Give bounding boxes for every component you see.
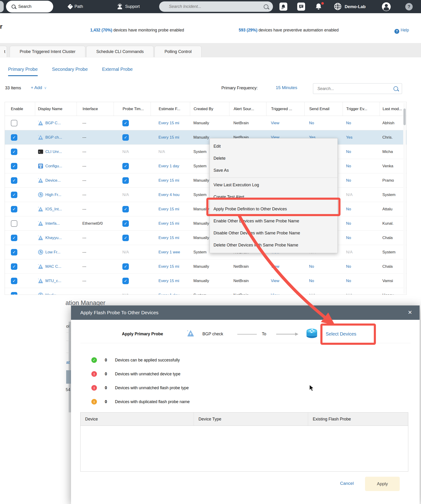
table-row[interactable]: ✓Configu...---✓Every 1 daySystemNetBrain… xyxy=(5,159,406,173)
column-header-last-mod[interactable]: Last mod... xyxy=(379,102,406,116)
probe-name-link[interactable]: Interfa... xyxy=(45,221,60,226)
probe-name-link[interactable]: IOS_Int... xyxy=(45,207,62,211)
column-header-interface[interactable]: Interface xyxy=(77,102,113,116)
column-header-created-by[interactable]: Created By xyxy=(190,102,229,116)
row-enable-checkbox[interactable]: ✓ xyxy=(11,163,17,169)
trigger-event-link[interactable]: No xyxy=(346,207,351,211)
table-scrollbar[interactable] xyxy=(403,103,406,294)
probe-name-link[interactable]: BGP C... xyxy=(45,121,61,126)
table-row[interactable]: ✦Interfa...Ethernet0/0✓Every 15 miManual… xyxy=(5,216,406,231)
table-row[interactable]: ✓High Fr...---N/AEvery 4 houSystemNetBra… xyxy=(5,188,406,202)
subtab-primary-probe[interactable]: Primary Probe xyxy=(8,67,38,76)
table-row[interactable]: ✓✦IOS_Int...---✓Every 15 miManuallyNetBr… xyxy=(5,202,406,216)
table-search-box[interactable] xyxy=(313,83,402,94)
probe-name-link[interactable]: MTU_c... xyxy=(45,279,61,283)
table-row[interactable]: ✓✦MAC C...---✓Every 15 miManuallyNetBrai… xyxy=(5,259,406,274)
estimate-frequency-link[interactable]: Every 15 mi xyxy=(159,221,179,226)
column-header-send-email[interactable]: Send Email xyxy=(304,102,343,116)
menu-item-disable-other-devices-with-same-probe-name[interactable]: Disable Other Devices with Same Probe Na… xyxy=(210,227,338,239)
cancel-button[interactable]: Cancel xyxy=(340,481,354,486)
probe-time-checkbox[interactable]: ✓ xyxy=(122,134,129,141)
menu-item-apply-probe-definition-to-other-devices[interactable]: Apply Probe Definition to Other Devices xyxy=(210,203,338,215)
probe-time-checkbox[interactable]: ✓ xyxy=(122,278,129,284)
notifications-bell-icon[interactable] xyxy=(315,3,322,10)
column-header-triggered[interactable]: Triggered ... xyxy=(266,102,304,116)
triggered-view-link[interactable]: View xyxy=(271,264,279,269)
estimate-frequency-link[interactable]: Every 15 mi xyxy=(159,264,179,269)
estimate-frequency-link[interactable]: Every 1 day xyxy=(159,164,179,168)
frequency-value-link[interactable]: 15 Minutes xyxy=(276,85,297,90)
triggered-view-link[interactable]: View xyxy=(271,121,279,126)
chat-icon[interactable] xyxy=(297,3,305,11)
trigger-event-link[interactable]: No xyxy=(346,150,351,154)
estimate-frequency-link[interactable]: Every 15 mi xyxy=(159,121,179,126)
trigger-event-link[interactable]: Yes xyxy=(346,135,353,140)
probe-name-link[interactable]: MAC C... xyxy=(45,264,61,269)
probe-time-checkbox[interactable]: ✓ xyxy=(122,263,129,270)
trigger-event-link[interactable]: No xyxy=(346,121,351,126)
row-enable-checkbox[interactable]: ✓ xyxy=(11,278,17,284)
search-tab[interactable]: Search xyxy=(6,1,53,12)
help-link[interactable]: ?Help xyxy=(394,28,409,34)
table-row[interactable]: ✓✦Device...---✓Every 15 miManuallyNetBra… xyxy=(5,173,406,188)
trigger-event-link[interactable]: No xyxy=(346,221,351,226)
tab-cut-fragment[interactable]: t xyxy=(0,46,7,57)
table-row[interactable]: ✦BGP C...---✓Every 15 miManuallyNetBrain… xyxy=(5,116,406,130)
probe-time-checkbox[interactable]: ✓ xyxy=(122,220,129,227)
row-enable-checkbox[interactable]: ✓ xyxy=(11,249,17,255)
alarm-icon[interactable] xyxy=(279,3,287,11)
column-header-trigger-ev[interactable]: Trigger Ev... xyxy=(343,102,379,116)
column-header-display-name[interactable]: Display Name xyxy=(35,102,77,116)
row-enable-checkbox[interactable]: ✓ xyxy=(11,177,17,184)
row-enable-checkbox[interactable]: ✓ xyxy=(11,292,17,295)
probe-name-link[interactable]: Configu... xyxy=(45,164,62,168)
incident-search-input[interactable] xyxy=(168,4,264,9)
triggered-view-link[interactable]: View xyxy=(271,279,279,283)
send-email-link[interactable]: No xyxy=(309,279,314,283)
row-enable-checkbox[interactable]: ✓ xyxy=(11,134,17,141)
estimate-frequency-link[interactable]: Every 15 mi xyxy=(159,279,179,283)
support-tab[interactable]: Support xyxy=(117,0,140,13)
triggered-view-link[interactable]: View xyxy=(271,293,279,295)
probe-name-link[interactable]: Mediu... xyxy=(45,293,59,295)
row-enable-checkbox[interactable] xyxy=(11,120,17,126)
table-row[interactable]: ✓Mediu...---N/AEvery 1 daySystemNetBrain… xyxy=(5,288,406,294)
trigger-event-link[interactable]: No xyxy=(346,264,351,269)
probe-name-link[interactable]: Khayyu... xyxy=(45,236,62,240)
avatar[interactable] xyxy=(382,2,391,11)
path-tab[interactable]: Path xyxy=(68,0,83,13)
table-row[interactable]: ✓✦MTU_c...---✓Every 15 miManuallyNetBrai… xyxy=(5,274,406,288)
subtab-secondary-probe[interactable]: Secondary Probe xyxy=(52,67,88,76)
menu-item-view-last-execution-log[interactable]: View Last Execution Log xyxy=(210,179,338,191)
estimate-frequency-link[interactable]: Every 1 day xyxy=(159,293,179,295)
trigger-event-link[interactable]: No xyxy=(346,236,351,240)
column-header-probe-tim[interactable]: Probe Tim... xyxy=(113,102,151,116)
estimate-frequency-link[interactable]: Every 15 mi xyxy=(159,178,179,183)
table-search-input[interactable] xyxy=(317,86,393,91)
probe-time-checkbox[interactable]: ✓ xyxy=(122,235,129,241)
help-icon[interactable]: ? xyxy=(405,3,413,10)
row-enable-checkbox[interactable]: ✓ xyxy=(11,192,17,198)
tenant-name[interactable]: Demo-Lab xyxy=(345,0,366,13)
column-header-enable[interactable]: Enable xyxy=(5,102,35,116)
row-enable-checkbox[interactable]: ✓ xyxy=(11,149,17,155)
probe-time-checkbox[interactable]: ✓ xyxy=(122,206,129,212)
probe-time-checkbox[interactable]: ✓ xyxy=(122,163,129,169)
menu-item-delete-other-devices-with-same-probe-name[interactable]: Delete Other Devices with Same Probe Nam… xyxy=(210,239,338,251)
probe-name-link[interactable]: Low Fr... xyxy=(45,250,60,255)
row-enable-checkbox[interactable] xyxy=(11,220,17,227)
trigger-event-link[interactable]: No xyxy=(346,178,351,183)
menu-item-enable-other-devices-with-same-probe-name[interactable]: Enable Other Devices with Same Probe Nam… xyxy=(210,215,338,227)
send-email-link[interactable]: No xyxy=(309,264,314,269)
probe-time-checkbox[interactable]: ✓ xyxy=(122,120,129,126)
probe-name-link[interactable]: Device... xyxy=(45,178,61,183)
probe-name-link[interactable]: High Fr... xyxy=(45,192,61,197)
table-row[interactable]: ✓✦Khayyu...---✓Every 15 miManuallyNetBra… xyxy=(5,231,406,245)
scrollbar-thumb[interactable] xyxy=(403,108,406,125)
tab-polling-control[interactable]: Polling Control xyxy=(154,46,202,57)
estimate-frequency-link[interactable]: Every 4 hou xyxy=(159,192,179,197)
probe-time-checkbox[interactable]: ✓ xyxy=(122,177,129,184)
table-row[interactable]: ✓>_CLI Unr...---N/AN/ASystemNetBrainView… xyxy=(5,145,406,159)
estimate-frequency-link[interactable]: Every 15 mi xyxy=(159,135,179,140)
send-email-link[interactable]: No xyxy=(309,121,314,126)
